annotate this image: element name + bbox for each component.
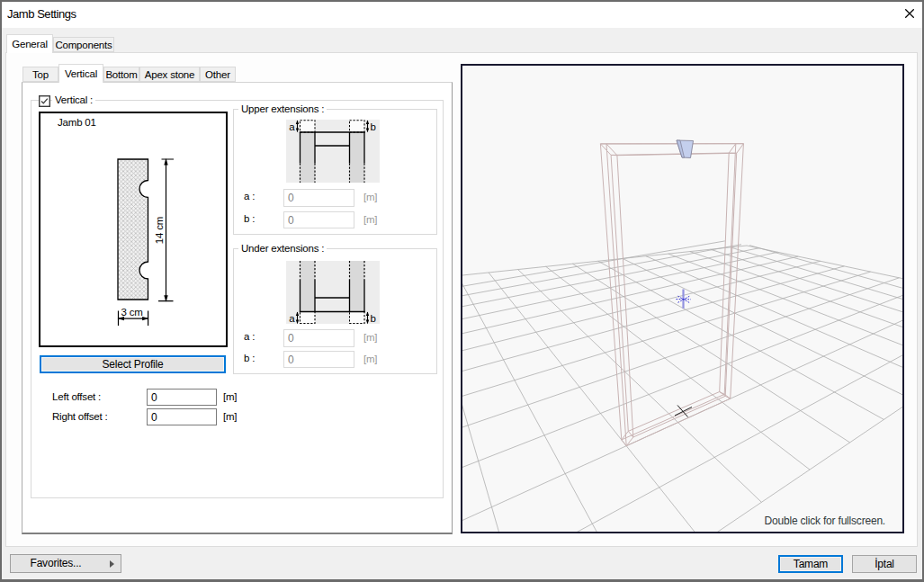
svg-text:a: a bbox=[289, 313, 295, 324]
svg-text:b: b bbox=[371, 313, 376, 324]
svg-text:14 cm: 14 cm bbox=[154, 217, 165, 244]
svg-text:3 cm: 3 cm bbox=[121, 307, 142, 318]
svg-text:a: a bbox=[289, 121, 295, 132]
svg-text:b: b bbox=[371, 121, 376, 132]
